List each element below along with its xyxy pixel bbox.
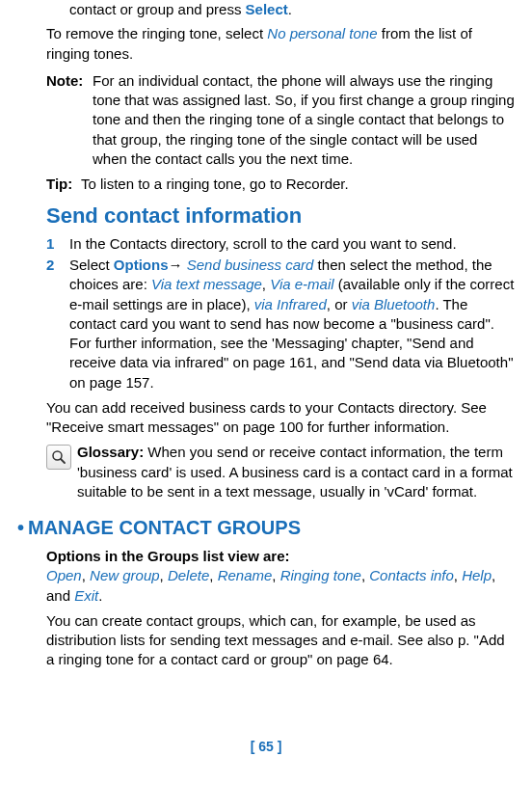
comma: , [160, 567, 168, 583]
via-infrared: via Infrared [254, 296, 327, 312]
content-area: contact or group and press Select. To re… [17, 0, 515, 501]
send-business-card: Send business card [187, 257, 314, 273]
opt-new-group: New group [90, 567, 160, 583]
section-header-send-contact: Send contact information [46, 202, 515, 230]
note-block: Note: For an individual contact, the pho… [46, 71, 515, 169]
step-body: In the Contacts directory, scroll to the… [69, 234, 515, 254]
opt-rename: Rename [218, 567, 273, 583]
comma: , [454, 567, 462, 583]
bullet-icon: • [17, 517, 24, 538]
comma: , [361, 567, 369, 583]
text-fragment: contact or group and press [69, 1, 246, 17]
magnifier-svg [51, 449, 66, 465]
tip-body: To listen to a ringing tone, go to Recor… [81, 175, 349, 194]
document-page: contact or group and press Select. To re… [0, 0, 532, 756]
options-list-label: Options in the Groups list view are: [46, 547, 515, 566]
note-label: Note: [46, 71, 93, 169]
glossary-block: Glossary: When you send or receive conta… [46, 443, 515, 501]
comma: , [209, 567, 217, 583]
via-bluetooth: via Bluetooth [352, 296, 436, 312]
step-body: Select Options→ Send business card then … [69, 256, 515, 392]
opt-delete: Delete [168, 567, 209, 583]
options-keyword: Options [114, 257, 169, 273]
step-2: 2 Select Options→ Send business card the… [46, 256, 515, 392]
glossary-body: Glossary: When you send or receive conta… [77, 443, 515, 501]
select-keyword: Select [246, 1, 288, 17]
manage-title: MANAGE CONTACT GROUPS [28, 517, 301, 538]
text-fragment: Select [69, 257, 114, 273]
opt-ringing-tone: Ringing tone [280, 567, 361, 583]
opt-contacts-info: Contacts info [369, 567, 454, 583]
step-number: 1 [46, 234, 69, 254]
opt-open: Open [46, 567, 82, 583]
period: . [98, 587, 102, 604]
step-number: 2 [46, 256, 69, 392]
page-number: [ 65 ] [17, 738, 515, 756]
manage-body: You can create contact groups, which can… [46, 611, 515, 670]
note-body: For an individual contact, the phone wil… [93, 71, 515, 169]
after-steps-para: You can add received business cards to y… [46, 398, 515, 438]
magnifier-icon [46, 445, 71, 470]
tip-label: Tip: [46, 175, 81, 194]
step-1: 1 In the Contacts directory, scroll to t… [46, 234, 515, 254]
options-list: Open, New group, Delete, Rename, Ringing… [46, 566, 515, 606]
text-fragment: . [288, 1, 292, 17]
remove-tone-para: To remove the ringing tone, select No pe… [46, 24, 515, 64]
via-text-message: Via text message [151, 276, 262, 292]
comma: , [272, 567, 279, 583]
continuation-line: contact or group and press Select. [46, 0, 515, 19]
text-fragment: , [262, 276, 270, 292]
no-personal-tone: No personal tone [267, 25, 377, 41]
opt-exit: Exit [74, 587, 98, 604]
text-fragment: To remove the ringing tone, select [46, 25, 267, 41]
text-fragment: , or [327, 296, 352, 312]
arrow-icon: → [169, 257, 187, 273]
tip-block: Tip: To listen to a ringing tone, go to … [46, 175, 515, 194]
comma: , [82, 567, 90, 583]
section-header-manage-groups: •MANAGE CONTACT GROUPS [17, 515, 515, 541]
manage-content: Options in the Groups list view are: Ope… [17, 547, 515, 670]
opt-help: Help [462, 567, 492, 583]
svg-line-1 [61, 459, 65, 463]
via-email: Via e-mail [270, 276, 333, 292]
glossary-label: Glossary: [77, 444, 144, 460]
